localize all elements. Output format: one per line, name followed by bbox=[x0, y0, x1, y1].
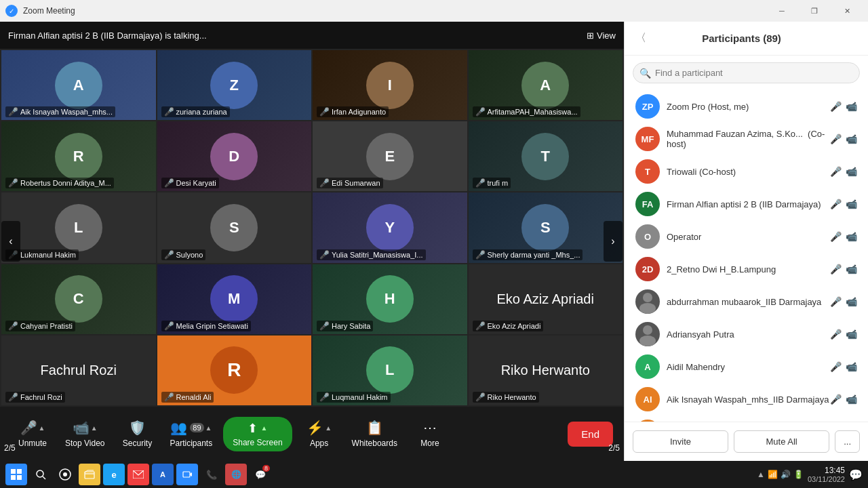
minimize-button[interactable]: ─ bbox=[766, 0, 797, 22]
taskbar-explorer-icon[interactable] bbox=[79, 464, 100, 485]
taskbar-start-icon[interactable] bbox=[5, 464, 27, 485]
participant-count-badge: 89 bbox=[190, 423, 203, 432]
taskbar-app4-icon[interactable]: 💬 8 bbox=[250, 464, 271, 485]
participant-avatar-ap2 bbox=[635, 322, 660, 346]
video-name-19: 🎤 Luqmanul Hakim bbox=[317, 392, 391, 403]
next-page-button[interactable]: › bbox=[604, 221, 623, 262]
security-icon-area: 🛡️ bbox=[129, 420, 146, 436]
view-button[interactable]: ⊞ View bbox=[587, 30, 616, 41]
taskbar-search-icon[interactable] bbox=[30, 464, 52, 485]
apps-chevron: ▲ bbox=[325, 424, 332, 432]
share-chevron: ▲ bbox=[260, 424, 267, 432]
participant-name-a: Aidil Mahendry bbox=[667, 362, 830, 372]
participant-name-mf: Muhammad Fauzan Azima, S.Ko... (Co-host) bbox=[667, 129, 830, 149]
participant-controls-ap2: 🎤 📹 bbox=[830, 329, 857, 340]
participant-avatar-2d: 2D bbox=[635, 257, 660, 281]
taskbar-zoom-icon[interactable] bbox=[176, 464, 198, 485]
participant-item-ap2[interactable]: Adriansyah Putra 🎤 📹 bbox=[627, 318, 865, 350]
participant-name-fa: Firman Alfian aptisi 2 B (IIB Darmajaya) bbox=[667, 199, 830, 209]
participant-item-zp[interactable]: ZP Zoom Pro (Host, me) 🎤 📹 bbox=[627, 90, 865, 123]
participant-mic-icon-ab: 🎤 bbox=[830, 296, 842, 307]
svg-rect-9 bbox=[17, 475, 22, 480]
participant-cam-icon-mf: 📹 bbox=[846, 134, 857, 144]
participant-controls-a: 🎤 📹 bbox=[830, 361, 857, 372]
video-cell-19: L 🎤 Luqmanul Hakim bbox=[313, 336, 467, 405]
video-name-6: 🎤 Desi Karyati bbox=[161, 178, 219, 188]
stop-video-button[interactable]: 📹 ▲ Stop Video bbox=[60, 415, 111, 452]
participant-item-o[interactable]: O Operator 🎤 📹 bbox=[627, 220, 865, 253]
svg-point-10 bbox=[37, 470, 43, 477]
participant-item-ab[interactable]: abdurrahman mubaarok_IIB Darmajaya 🎤 📹 bbox=[627, 285, 865, 318]
security-button[interactable]: 🛡️ Security bbox=[116, 415, 159, 452]
video-chevron: ▲ bbox=[91, 424, 98, 432]
participant-item-ah[interactable]: AH Alexsander Hendra Wijaya 🎤 📹 bbox=[627, 415, 865, 422]
video-name-17: 🎤 Fachrul Rozi bbox=[5, 392, 65, 403]
search-icon: 🔍 bbox=[639, 68, 651, 79]
page-indicator-left: 2/5 bbox=[4, 443, 16, 453]
participant-item-fa[interactable]: FA Firman Alfian aptisi 2 B (IIB Darmaja… bbox=[627, 188, 865, 220]
unmute-button[interactable]: 🎤 ▲ Unmute bbox=[11, 415, 54, 452]
participant-cam-icon-zp: 📹 bbox=[846, 101, 857, 112]
participant-controls-2d: 🎤 📹 bbox=[830, 264, 857, 274]
participant-search-input[interactable] bbox=[633, 62, 860, 83]
participant-item-a[interactable]: A Aidil Mahendry 🎤 📹 bbox=[627, 350, 865, 383]
video-name-4: 🎤 ArfitamaPAH_Mahasiswa... bbox=[473, 106, 580, 117]
participant-item-ai[interactable]: AI Aik Isnayah Waspah_mhs_IIB Darmajaya … bbox=[627, 383, 865, 415]
taskbar-mail-icon[interactable] bbox=[127, 464, 149, 485]
participant-list: ZP Zoom Pro (Host, me) 🎤 📹 MF Muhammad F… bbox=[625, 90, 868, 422]
participant-item-mf[interactable]: MF Muhammad Fauzan Azima, S.Ko... (Co-ho… bbox=[627, 123, 865, 155]
apps-button[interactable]: ⚡ ▲ Apps bbox=[298, 415, 341, 452]
video-name-20: 🎤 Riko Herwanto bbox=[473, 392, 539, 403]
participants-label: Participants bbox=[170, 439, 213, 448]
taskbar-app1-icon[interactable]: A bbox=[152, 464, 174, 485]
participant-mic-icon-fa: 🎤 bbox=[830, 199, 842, 209]
apps-label: Apps bbox=[310, 439, 328, 448]
taskbar-cortana-icon[interactable] bbox=[54, 464, 76, 485]
video-cell-9: L 🎤 Lukmanul Hakim bbox=[1, 192, 156, 262]
taskbar-app3-icon[interactable]: 🌐 bbox=[225, 464, 247, 485]
share-screen-icon-area: ⬆ ▲ bbox=[248, 421, 267, 436]
close-button[interactable]: ✕ bbox=[831, 0, 863, 22]
people-icon: 👥 bbox=[170, 420, 187, 436]
participant-mic-icon-a: 🎤 bbox=[830, 361, 842, 372]
apps-icon: ⚡ bbox=[307, 420, 323, 436]
participant-mic-icon-zp: 🎤 bbox=[830, 101, 842, 112]
apps-icon-area: ⚡ ▲ bbox=[307, 420, 332, 436]
end-meeting-button[interactable]: End bbox=[568, 422, 613, 447]
talking-indicator: Firman Alfian aptisi 2 B (IIB Darmajaya)… bbox=[8, 30, 207, 41]
svg-line-11 bbox=[43, 476, 45, 479]
panel-more-button[interactable]: ... bbox=[835, 430, 860, 453]
svg-rect-8 bbox=[11, 475, 16, 480]
whiteboards-button[interactable]: 📋 Whiteboards bbox=[347, 415, 403, 452]
invite-button[interactable]: Invite bbox=[633, 430, 728, 453]
notification-center-icon[interactable]: 💬 bbox=[849, 468, 863, 481]
taskbar-edge-icon[interactable]: e bbox=[103, 464, 125, 485]
video-cell-7: E 🎤 Edi Sumarwan bbox=[313, 121, 467, 191]
participant-cam-icon-fa: 📹 bbox=[846, 199, 857, 209]
panel-collapse-button[interactable]: 〈 bbox=[635, 31, 646, 45]
participant-item-2d[interactable]: 2D 2_Retno Dwi H_B.Lampung 🎤 📹 bbox=[627, 253, 865, 285]
mute-all-button[interactable]: Mute All bbox=[734, 430, 829, 453]
more-button[interactable]: ⋯ More bbox=[408, 415, 452, 452]
tray-up-arrow[interactable]: ▲ bbox=[757, 470, 765, 479]
participant-cam-icon-ap2: 📹 bbox=[846, 329, 857, 340]
participant-name-ai: Aik Isnayah Waspah_mhs_IIB Darmajaya bbox=[667, 394, 830, 405]
video-cell-16: Eko Aziz Apriadi 🎤 Eko Aziz Apriadi bbox=[469, 264, 623, 334]
svg-point-0 bbox=[643, 293, 652, 302]
share-screen-button[interactable]: ⬆ ▲ Share Screen bbox=[223, 417, 292, 451]
participants-icon-area: 👥 89 ▲ bbox=[170, 420, 212, 436]
maximize-button[interactable]: ❐ bbox=[799, 0, 830, 22]
title-bar-left: ✓ Zoom Meeting bbox=[5, 5, 75, 17]
participant-item-t[interactable]: T Triowali (Co-host) 🎤 📹 bbox=[627, 155, 865, 188]
taskbar-app2-icon[interactable]: 📞 bbox=[201, 464, 222, 485]
prev-page-button[interactable]: ‹ bbox=[1, 221, 20, 262]
video-name-5: 🎤 Robertus Donni Aditya_M... bbox=[5, 178, 114, 188]
participant-cam-icon-2d: 📹 bbox=[846, 264, 857, 274]
big-name-16: Eko Aziz Apriadi bbox=[497, 291, 594, 307]
video-cell-6: D 🎤 Desi Karyati bbox=[157, 121, 312, 191]
participants-button[interactable]: 👥 89 ▲ Participants bbox=[165, 415, 218, 452]
big-name-17: Fachrul Rozi bbox=[41, 363, 117, 378]
share-screen-label: Share Screen bbox=[233, 438, 282, 447]
app-title: Zoom Meeting bbox=[23, 6, 75, 16]
whiteboards-label: Whiteboards bbox=[352, 439, 397, 448]
